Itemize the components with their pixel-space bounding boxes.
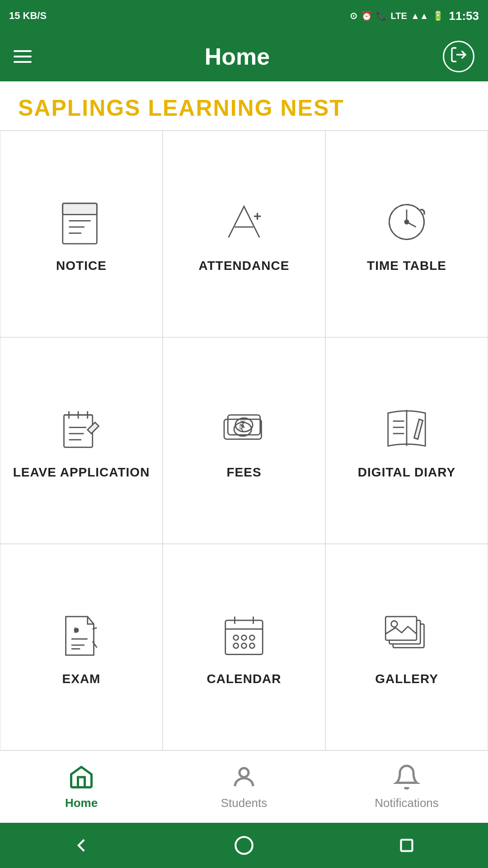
svg-rect-39	[225, 620, 263, 655]
menu-grid: NOTICE + ATTENDANCE TIME TABLE	[0, 130, 488, 750]
header-title: Home	[205, 43, 270, 70]
svg-point-54	[235, 837, 253, 854]
notifications-nav-icon	[393, 764, 420, 793]
svg-point-53	[239, 768, 249, 777]
battery-icon: 🔋	[432, 10, 444, 21]
back-button[interactable]	[70, 834, 93, 857]
fees-item[interactable]: ₹ ₹ FEES	[163, 337, 325, 544]
notice-item[interactable]: NOTICE	[0, 131, 163, 337]
exam-icon: i	[54, 608, 108, 662]
exam-label: EXAM	[62, 671, 101, 687]
signal-icon: ▲▲	[411, 11, 429, 21]
svg-point-47	[242, 643, 247, 648]
attendance-item[interactable]: + ATTENDANCE	[163, 131, 325, 337]
students-nav-label: Students	[221, 796, 267, 810]
svg-point-46	[234, 643, 239, 648]
recents-button[interactable]	[395, 834, 418, 857]
logout-icon	[450, 46, 468, 68]
timetable-label: TIME TABLE	[367, 258, 446, 274]
home-button[interactable]	[233, 834, 255, 857]
calendar-label: CALENDAR	[206, 671, 281, 687]
svg-rect-55	[401, 840, 413, 851]
diary-label: DIGITAL DIARY	[358, 465, 455, 480]
notice-label: NOTICE	[56, 258, 107, 274]
status-bar: 15 KB/S ⊙ ⏰ 📞 LTE ▲▲ 🔋 11:53	[0, 0, 488, 32]
gallery-label: GALLERY	[375, 671, 438, 687]
bottom-nav: Home Students Notifications	[0, 750, 488, 823]
gallery-icon	[380, 608, 434, 662]
notifications-nav-label: Notifications	[375, 796, 439, 810]
svg-point-44	[242, 635, 247, 640]
attendance-label: ATTENDANCE	[199, 258, 290, 274]
svg-rect-51	[385, 616, 417, 640]
home-nav-label: Home	[65, 796, 98, 810]
calendar-icon	[217, 608, 271, 662]
svg-point-48	[249, 643, 254, 648]
android-navbar	[0, 823, 488, 868]
status-time: 11:53	[449, 9, 479, 23]
status-right: ⊙ ⏰ 📞 LTE ▲▲ 🔋 11:53	[350, 9, 479, 23]
svg-point-13	[405, 220, 408, 224]
svg-text:+: +	[253, 208, 262, 223]
calendar-item[interactable]: CALENDAR	[163, 544, 325, 750]
app-title-bar: SAPLINGS LEARNING NEST	[0, 81, 488, 130]
leave-icon	[54, 401, 108, 456]
svg-rect-6	[63, 203, 97, 214]
fees-label: FEES	[226, 465, 261, 480]
notice-icon	[54, 195, 108, 249]
nav-notifications[interactable]: Notifications	[325, 751, 488, 823]
students-nav-icon	[230, 764, 258, 793]
diary-item[interactable]: DIGITAL DIARY	[325, 337, 488, 544]
svg-text:i: i	[74, 626, 76, 634]
timetable-icon	[380, 195, 434, 249]
svg-point-45	[249, 635, 254, 640]
status-icons: ⊙ ⏰ 📞 LTE ▲▲ 🔋	[350, 10, 444, 21]
fees-icon: ₹ ₹	[217, 401, 271, 456]
timetable-item[interactable]: TIME TABLE	[325, 131, 488, 337]
nav-students[interactable]: Students	[163, 751, 325, 823]
status-speed: 15 KB/S	[9, 10, 47, 22]
gallery-item[interactable]: GALLERY	[325, 544, 488, 750]
leave-label: LEAVE APPLICATION	[13, 465, 150, 480]
svg-text:₹: ₹	[239, 419, 246, 430]
attendance-icon: +	[217, 195, 271, 249]
app-header: Home	[0, 32, 488, 81]
hamburger-menu[interactable]	[14, 50, 32, 63]
exam-item[interactable]: i EXAM	[0, 544, 163, 750]
wifi-icon: ⊙	[350, 10, 357, 21]
alarm-icon: ⏰	[361, 10, 372, 21]
nav-home[interactable]: Home	[0, 751, 163, 823]
home-nav-icon	[68, 764, 95, 793]
lte-icon: LTE	[391, 11, 407, 21]
leave-item[interactable]: LEAVE APPLICATION	[0, 337, 163, 544]
call-icon: 📞	[376, 10, 387, 21]
app-title: SAPLINGS LEARNING NEST	[18, 95, 470, 121]
diary-icon	[380, 401, 434, 456]
svg-point-43	[234, 635, 239, 640]
logout-button[interactable]	[443, 41, 474, 72]
